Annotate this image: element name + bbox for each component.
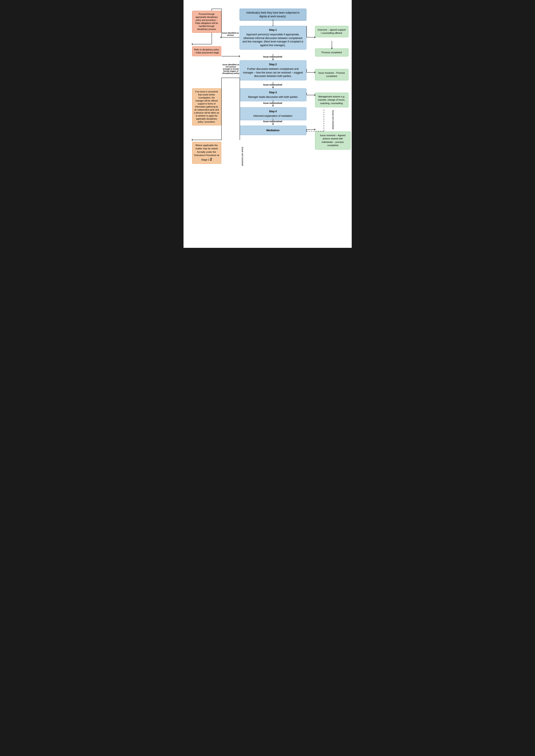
arrow-to-proceed (192, 44, 192, 44)
dashed-horiz (306, 131, 324, 131)
dashed-line-right (324, 109, 324, 131)
line-proceed-horiz2 (192, 44, 211, 44)
arrow-step3-right (306, 95, 315, 95)
step3-box: Step 3 Manager leads discussion with bot… (239, 88, 306, 101)
investigation-box: If an issue is uncovered that needs furt… (192, 88, 221, 125)
issue-resolved-1-box: Issue resolved – Process completed (315, 69, 349, 80)
start-box: Individual(s) feels they have been subje… (239, 9, 306, 21)
arrow-outcome-process (332, 41, 332, 48)
line-step2-right (306, 69, 307, 72)
refer-disciplinary-box: Refer to disciplinary policy – Initial a… (192, 46, 221, 56)
line-left-vert (221, 78, 222, 140)
mediation-box: Mediation (239, 126, 306, 135)
issue-not-resolved-2: Issue not resolved (263, 84, 282, 86)
step2-box: Step 2 Further discussion between compla… (239, 60, 306, 80)
proceed-disciplinary-box: Proceed through appropriate disciplinary… (192, 11, 221, 33)
line-step2-left (221, 78, 239, 78)
issue-identified-serious-label: Issue identified as serious (222, 32, 239, 36)
line-up-proceed (221, 9, 222, 30)
grievance-box: Where applicable the matter may be raise… (192, 142, 221, 164)
management-actions-box: Management actions e.g. transfer, change… (315, 93, 349, 107)
arrow-start-step1 (273, 19, 273, 26)
issue-resolved-2-box: Issue resolved – Agreed actions shared w… (315, 131, 351, 149)
issue-not-resolved-1: Issue not resolved (263, 56, 282, 58)
step4-box: Step 4 Informed explanation of mediation (239, 107, 306, 120)
line-up-left (221, 30, 222, 37)
step1-box: Step 1 Approach person(s) responsible if… (239, 26, 306, 50)
arrow-grievance (192, 140, 192, 140)
page: Individual(s) feels they have been subje… (183, 0, 352, 248)
line-proceed-horiz (211, 9, 221, 9)
line-step3-right (306, 93, 307, 95)
issue-not-resolved-4: Issue not resolved (263, 120, 282, 122)
line-left-down (239, 78, 240, 140)
process-completed-box: Process completed (315, 48, 349, 56)
arrow-step2-right (306, 72, 315, 73)
arrow-step1-outcome (306, 37, 315, 38)
issue-not-serious-label: Issue identified as not serious enough t… (222, 64, 239, 74)
arrow-step1-left (221, 37, 239, 38)
arrow-mediation-right (306, 129, 315, 130)
line-step1-outcome-vert (306, 26, 307, 37)
arrow-refer-step1 (221, 56, 239, 56)
line-grievance-horiz (192, 140, 221, 140)
flowchart: Individual(s) feels they have been subje… (190, 9, 345, 235)
issue-not-resolved-dashed-label: Issue not resolved (332, 110, 334, 129)
issue-not-resolved-3: Issue not resolved (263, 102, 282, 104)
outcome-box: Outcome – agreed support / counselling o… (315, 26, 349, 37)
issue-not-resolved-vertical-label: Issue not resolved (241, 147, 244, 166)
dot1 (221, 103, 222, 104)
